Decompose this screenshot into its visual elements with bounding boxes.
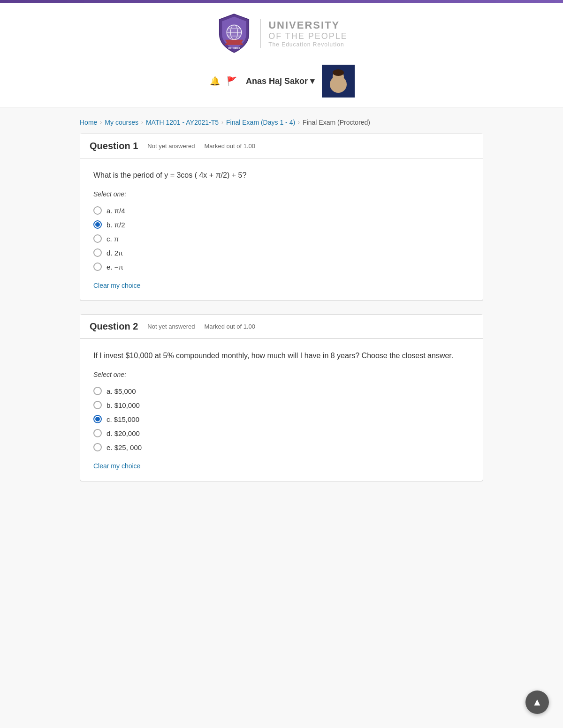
q1-radio-b[interactable] bbox=[93, 220, 102, 229]
breadcrumb-home[interactable]: Home bbox=[80, 119, 97, 126]
q1-radio-a[interactable] bbox=[93, 206, 102, 215]
question-1-text: What is the period of y = 3cos ( 4x + π/… bbox=[93, 170, 470, 181]
of-the-people-title: OF THE PEOPLE bbox=[268, 31, 348, 41]
question-2-title: Question 2 bbox=[90, 321, 138, 332]
question-2-body: If I invest $10,000 at 5% compounded mon… bbox=[80, 339, 483, 481]
question-2-status: Not yet answered bbox=[147, 323, 195, 330]
breadcrumb-course[interactable]: MATH 1201 - AY2021-T5 bbox=[146, 119, 219, 126]
q2-radio-b[interactable] bbox=[93, 401, 102, 409]
question-1-header: Question 1 Not yet answered Marked out o… bbox=[80, 134, 483, 158]
q1-option-e[interactable]: e. −π bbox=[93, 260, 470, 274]
tagline: The Education Revolution bbox=[268, 41, 348, 48]
question-1-status: Not yet answered bbox=[147, 143, 195, 150]
q2-clear-choice[interactable]: Clear my choice bbox=[93, 462, 140, 470]
breadcrumb-sep-3: › bbox=[221, 119, 223, 126]
q2-label-a: a. $5,000 bbox=[107, 387, 136, 395]
question-1-options: a. π/4 b. π/2 c. π d. 2π e. −π bbox=[93, 203, 470, 274]
q2-label-c: c. $15,000 bbox=[107, 415, 139, 423]
question-2-card: Question 2 Not yet answered Marked out o… bbox=[80, 314, 483, 481]
question-1-marked: Marked out of 1.00 bbox=[205, 143, 255, 150]
logo-text-area: UNIVERSITY OF THE PEOPLE The Education R… bbox=[260, 19, 348, 48]
question-1-body: What is the period of y = 3cos ( 4x + π/… bbox=[80, 158, 483, 300]
svg-rect-10 bbox=[329, 86, 347, 98]
breadcrumb-my-courses[interactable]: My courses bbox=[105, 119, 138, 126]
breadcrumb-final-exam[interactable]: Final Exam (Days 1 - 4) bbox=[226, 119, 295, 126]
svg-text:UoPeople: UoPeople bbox=[228, 46, 240, 49]
q1-option-a[interactable]: a. π/4 bbox=[93, 203, 470, 218]
breadcrumb-sep-1: › bbox=[100, 119, 102, 126]
q2-option-d[interactable]: d. $20,000 bbox=[93, 426, 470, 440]
flag-icon[interactable]: 🚩 bbox=[225, 75, 238, 88]
q1-radio-d[interactable] bbox=[93, 248, 102, 257]
q1-label-a: a. π/4 bbox=[107, 207, 125, 215]
q2-radio-c[interactable] bbox=[93, 415, 102, 423]
q2-radio-e[interactable] bbox=[93, 443, 102, 451]
q1-radio-e[interactable] bbox=[93, 263, 102, 271]
q2-option-b[interactable]: b. $10,000 bbox=[93, 398, 470, 412]
q2-label-b: b. $10,000 bbox=[107, 401, 140, 409]
q1-label-e: e. −π bbox=[107, 263, 123, 271]
breadcrumb-current: Final Exam (Proctored) bbox=[303, 119, 370, 126]
question-2-text: If I invest $10,000 at 5% compounded mon… bbox=[93, 350, 470, 361]
user-name[interactable]: Anas Haj Sakor ▾ bbox=[246, 76, 314, 86]
q1-option-b[interactable]: b. π/2 bbox=[93, 218, 470, 232]
svg-point-9 bbox=[333, 69, 344, 76]
question-2-marked: Marked out of 1.00 bbox=[205, 323, 255, 330]
q1-label-b: b. π/2 bbox=[107, 221, 125, 229]
question-1-title: Question 1 bbox=[90, 141, 138, 151]
q1-clear-choice[interactable]: Clear my choice bbox=[93, 282, 140, 289]
university-title: UNIVERSITY bbox=[268, 19, 348, 31]
user-icons: 🔔 🚩 bbox=[208, 75, 238, 88]
breadcrumb-sep-4: › bbox=[298, 119, 300, 126]
user-bar: 🔔 🚩 Anas Haj Sakor ▾ bbox=[208, 65, 355, 98]
q2-label-e: e. $25, 000 bbox=[107, 443, 142, 451]
q2-option-a[interactable]: a. $5,000 bbox=[93, 384, 470, 398]
q1-label-d: d. 2π bbox=[107, 249, 123, 257]
avatar[interactable] bbox=[322, 65, 355, 98]
breadcrumb-sep-2: › bbox=[141, 119, 143, 126]
question-1-card: Question 1 Not yet answered Marked out o… bbox=[80, 134, 483, 301]
question-1-select-label: Select one: bbox=[93, 190, 470, 198]
bell-icon[interactable]: 🔔 bbox=[208, 75, 221, 88]
q1-label-c: c. π bbox=[107, 235, 119, 243]
q1-option-c[interactable]: c. π bbox=[93, 232, 470, 246]
question-2-options: a. $5,000 b. $10,000 c. $15,000 d. $20,0… bbox=[93, 384, 470, 454]
main-content: Question 1 Not yet answered Marked out o… bbox=[70, 134, 493, 523]
q2-radio-a[interactable] bbox=[93, 387, 102, 395]
university-logo: UoPeople bbox=[215, 12, 253, 54]
header: UoPeople UNIVERSITY OF THE PEOPLE The Ed… bbox=[0, 3, 563, 107]
q2-radio-d[interactable] bbox=[93, 429, 102, 437]
breadcrumb: Home › My courses › MATH 1201 - AY2021-T… bbox=[70, 119, 493, 126]
q2-option-c[interactable]: c. $15,000 bbox=[93, 412, 470, 426]
q2-label-d: d. $20,000 bbox=[107, 429, 140, 437]
logo-area: UoPeople UNIVERSITY OF THE PEOPLE The Ed… bbox=[215, 12, 348, 54]
q2-option-e[interactable]: e. $25, 000 bbox=[93, 440, 470, 454]
question-2-select-label: Select one: bbox=[93, 371, 470, 378]
q1-radio-c[interactable] bbox=[93, 234, 102, 243]
q1-option-d[interactable]: d. 2π bbox=[93, 246, 470, 260]
question-2-header: Question 2 Not yet answered Marked out o… bbox=[80, 315, 483, 339]
